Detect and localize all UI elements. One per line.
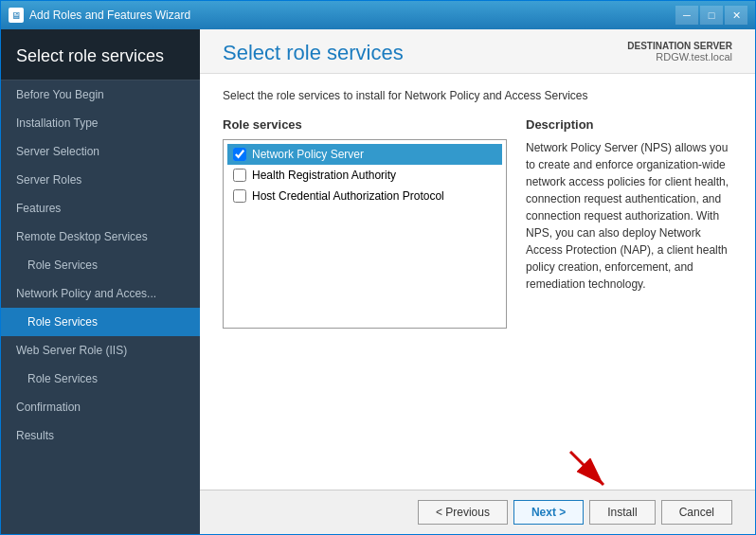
cancel-button[interactable]: Cancel: [661, 500, 732, 525]
content-area: Select role services Before You Begin In…: [1, 29, 755, 534]
sidebar-item-role-services-iis[interactable]: Role Services: [1, 365, 200, 393]
main-header: Select role services DESTINATION SERVER …: [200, 29, 755, 74]
destination-server-label: DESTINATION SERVER: [627, 41, 732, 51]
role-services-panel: Role services Network Policy Server Heal…: [223, 117, 507, 329]
app-icon: 🖥: [9, 8, 24, 23]
sidebar-item-results[interactable]: Results: [1, 421, 200, 450]
svg-line-1: [570, 452, 603, 485]
close-button[interactable]: ✕: [725, 6, 747, 25]
minimize-button[interactable]: ─: [675, 6, 698, 25]
sidebar-item-remote-desktop-services[interactable]: Remote Desktop Services: [1, 223, 200, 251]
sidebar-item-server-selection[interactable]: Server Selection: [1, 137, 200, 166]
install-button[interactable]: Install: [589, 500, 655, 525]
service-item-nps[interactable]: Network Policy Server: [227, 144, 502, 165]
titlebar-left: 🖥 Add Roles and Features Wizard: [9, 8, 190, 23]
destination-server-info: DESTINATION SERVER RDGW.test.local: [627, 41, 732, 62]
sidebar-item-before-you-begin[interactable]: Before You Begin: [1, 80, 200, 109]
main-content: Select role services DESTINATION SERVER …: [200, 29, 755, 534]
sidebar-item-network-policy[interactable]: Network Policy and Acces...: [1, 279, 200, 308]
role-services-heading: Role services: [223, 117, 507, 132]
description-heading: Description: [526, 117, 732, 132]
description-panel: Description Network Policy Server (NPS) …: [526, 117, 732, 329]
sidebar-item-server-roles[interactable]: Server Roles: [1, 166, 200, 194]
sidebar-header: Select role services: [1, 29, 200, 80]
service-checkbox-hra[interactable]: [233, 169, 246, 182]
arrow-annotation: [561, 447, 618, 494]
titlebar-controls: ─ □ ✕: [675, 6, 747, 25]
window-title: Add Roles and Features Wizard: [29, 9, 190, 22]
service-checkbox-nps[interactable]: [233, 148, 246, 161]
sidebar-item-web-server-iis[interactable]: Web Server Role (IIS): [1, 336, 200, 365]
intro-text: Select the role services to install for …: [223, 89, 732, 102]
service-label-hcap: Host Credential Authorization Protocol: [252, 189, 444, 203]
sidebar-item-role-services-nps[interactable]: Role Services: [1, 308, 200, 336]
page-title: Select role services: [223, 41, 404, 65]
arrow-icon: [561, 447, 618, 494]
footer: < Previous Next > Install Cancel: [200, 490, 755, 534]
previous-button[interactable]: < Previous: [418, 500, 508, 525]
sidebar-item-features[interactable]: Features: [1, 194, 200, 223]
wizard-window: 🖥 Add Roles and Features Wizard ─ □ ✕ Se…: [0, 0, 756, 535]
next-button[interactable]: Next >: [513, 500, 584, 525]
sidebar: Select role services Before You Begin In…: [1, 29, 200, 534]
service-item-hcap[interactable]: Host Credential Authorization Protocol: [227, 186, 502, 206]
sidebar-item-role-services-rds[interactable]: Role Services: [1, 251, 200, 279]
sidebar-item-installation-type[interactable]: Installation Type: [1, 109, 200, 137]
sidebar-item-confirmation[interactable]: Confirmation: [1, 393, 200, 421]
titlebar: 🖥 Add Roles and Features Wizard ─ □ ✕: [1, 1, 755, 29]
maximize-button[interactable]: □: [700, 6, 723, 25]
destination-server-name: RDGW.test.local: [627, 51, 732, 62]
service-label-hra: Health Registration Authority: [252, 169, 396, 182]
services-list: Network Policy Server Health Registratio…: [223, 139, 507, 329]
service-checkbox-hcap[interactable]: [233, 189, 246, 203]
service-label-nps: Network Policy Server: [252, 148, 364, 161]
two-column-layout: Role services Network Policy Server Heal…: [223, 117, 732, 329]
service-item-hra[interactable]: Health Registration Authority: [227, 165, 502, 186]
description-text: Network Policy Server (NPS) allows you t…: [526, 139, 732, 293]
main-body: Select the role services to install for …: [200, 74, 755, 490]
